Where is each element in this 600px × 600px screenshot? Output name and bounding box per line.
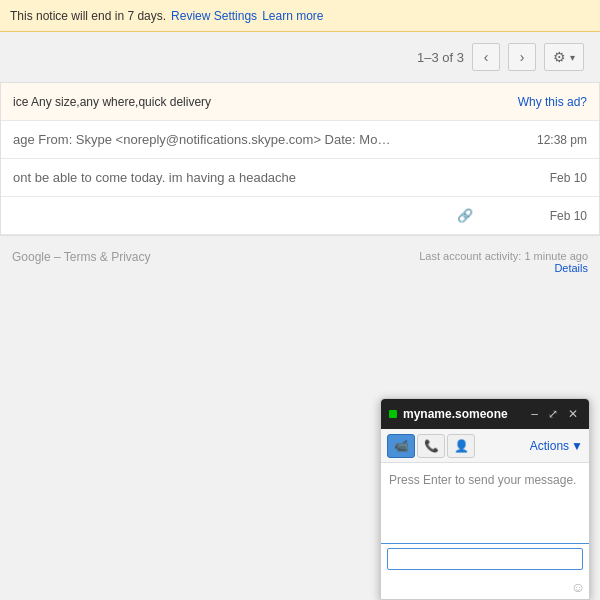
chat-minimize-button[interactable]: – bbox=[528, 407, 541, 421]
actions-caret-icon: ▼ bbox=[571, 439, 583, 453]
video-call-button[interactable]: 📹 bbox=[387, 434, 415, 458]
emoji-button[interactable]: ☺ bbox=[571, 579, 585, 595]
activity-label: Last account activity: 1 minute ago bbox=[419, 250, 588, 262]
chat-maximize-button[interactable]: ⤢ bbox=[545, 407, 561, 421]
details-link[interactable]: Details bbox=[554, 262, 588, 274]
ad-row[interactable]: ice Any size,any where,quick delivery Wh… bbox=[1, 83, 599, 121]
chat-title-left: myname.someone bbox=[389, 407, 508, 421]
terms-privacy-link[interactable]: Terms & Privacy bbox=[64, 250, 151, 264]
chat-window: myname.someone – ⤢ ✕ 📹 📞 👤 Actions ▼ Pre… bbox=[380, 398, 590, 600]
chat-input-area bbox=[381, 543, 589, 577]
settings-caret-icon: ▾ bbox=[570, 52, 575, 63]
chat-hint: Press Enter to send your message. bbox=[389, 473, 581, 487]
email-snippet-2: ont be able to come today. im having a h… bbox=[13, 170, 393, 185]
chat-title-text: myname.someone bbox=[403, 407, 508, 421]
chat-titlebar: myname.someone – ⤢ ✕ bbox=[381, 399, 589, 429]
email-date-2: Feb 10 bbox=[550, 171, 587, 185]
ad-text: ice Any size,any where,quick delivery bbox=[13, 95, 518, 109]
email-row-3[interactable]: 🔗 Feb 10 bbox=[1, 197, 599, 235]
actions-label: Actions bbox=[530, 439, 569, 453]
notice-bar: This notice will end in 7 days. Review S… bbox=[0, 0, 600, 32]
email-date-3: Feb 10 bbox=[550, 209, 587, 223]
next-page-button[interactable]: › bbox=[508, 43, 536, 71]
chat-close-button[interactable]: ✕ bbox=[565, 407, 581, 421]
chat-bottom-icons: ☺ bbox=[381, 577, 589, 599]
chat-actions-button[interactable]: Actions ▼ bbox=[530, 439, 583, 453]
chat-message-input[interactable] bbox=[387, 548, 583, 570]
footer-separator: – bbox=[54, 250, 64, 264]
email-row-2[interactable]: ont be able to come today. im having a h… bbox=[1, 159, 599, 197]
footer-right: Last account activity: 1 minute ago Deta… bbox=[419, 250, 588, 274]
chat-toolbar: 📹 📞 👤 Actions ▼ bbox=[381, 429, 589, 463]
emoji-icon: ☺ bbox=[571, 579, 585, 595]
email-snippet-1: age From: Skype <noreply@notifications.s… bbox=[13, 132, 393, 147]
prev-page-button[interactable]: ‹ bbox=[472, 43, 500, 71]
email-row-1[interactable]: age From: Skype <noreply@notifications.s… bbox=[1, 121, 599, 159]
attachment-icon: 🔗 bbox=[457, 208, 473, 223]
add-user-button[interactable]: 👤 bbox=[447, 434, 475, 458]
chat-status-dot bbox=[389, 410, 397, 418]
settings-button[interactable]: ⚙ ▾ bbox=[544, 43, 584, 71]
footer-left: Google – Terms & Privacy bbox=[12, 250, 151, 264]
add-user-icon: 👤 bbox=[454, 439, 469, 453]
learn-more-link[interactable]: Learn more bbox=[262, 9, 323, 23]
pagination-label: 1–3 of 3 bbox=[417, 50, 464, 65]
email-date-1: 12:38 pm bbox=[537, 133, 587, 147]
gear-icon: ⚙ bbox=[553, 49, 566, 65]
top-bar: 1–3 of 3 ‹ › ⚙ ▾ bbox=[0, 32, 600, 82]
notice-text: This notice will end in 7 days. bbox=[10, 9, 166, 23]
review-settings-link[interactable]: Review Settings bbox=[171, 9, 257, 23]
email-list: ice Any size,any where,quick delivery Wh… bbox=[0, 82, 600, 236]
footer: Google – Terms & Privacy Last account ac… bbox=[0, 236, 600, 284]
chat-title-controls: – ⤢ ✕ bbox=[528, 407, 581, 421]
footer-row: Google – Terms & Privacy Last account ac… bbox=[12, 250, 588, 274]
why-this-ad-link[interactable]: Why this ad? bbox=[518, 95, 587, 109]
phone-icon: 📞 bbox=[424, 439, 439, 453]
google-link[interactable]: Google bbox=[12, 250, 51, 264]
chat-body: Press Enter to send your message. bbox=[381, 463, 589, 543]
video-icon: 📹 bbox=[394, 439, 409, 453]
phone-call-button[interactable]: 📞 bbox=[417, 434, 445, 458]
